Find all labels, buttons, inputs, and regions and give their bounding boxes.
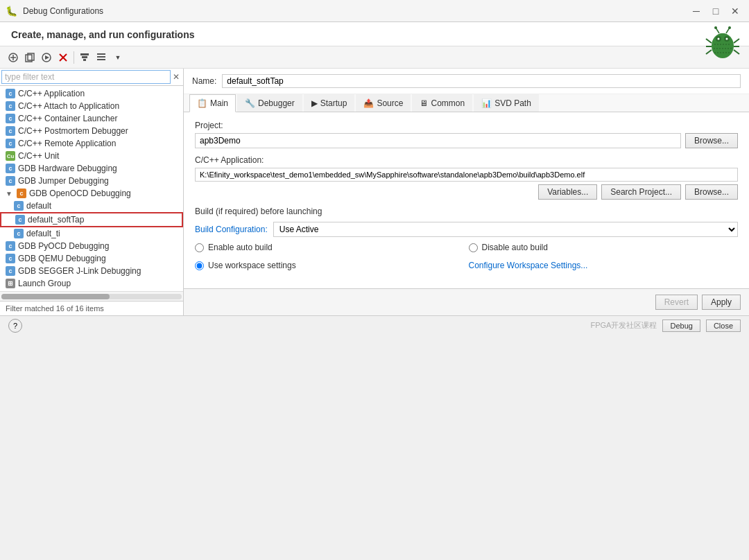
config-tabs: 📋 Main 🔧 Debugger ▶ Startup 📤 Source 🖥 bbox=[184, 94, 749, 112]
tree-item-cpp-app[interactable]: c C/C++ Application bbox=[0, 87, 183, 100]
tab-debugger[interactable]: 🔧 Debugger bbox=[237, 94, 302, 112]
project-label: Project: bbox=[195, 121, 738, 130]
default-ti-icon: c bbox=[14, 229, 24, 238]
window-controls: ─ □ ✕ bbox=[688, 3, 743, 19]
cpp-app-row: C/C++ Application: Variables... Search P… bbox=[195, 155, 738, 200]
content-area: ✕ c C/C++ Application c C/C++ Attach to … bbox=[0, 69, 749, 315]
close-dialog-button[interactable]: Close bbox=[706, 320, 741, 332]
enable-auto-build-radio[interactable] bbox=[195, 243, 204, 252]
tree-item-launch-group[interactable]: ⊞ Launch Group bbox=[0, 277, 183, 290]
tree-item-cpp-unit[interactable]: Cu C/C++ Unit bbox=[0, 150, 183, 162]
cpp-remote-icon: c bbox=[6, 139, 15, 148]
gdb-segger-icon: c bbox=[6, 266, 15, 276]
build-config-select[interactable]: Use Active Select Automatically Disable … bbox=[273, 222, 738, 237]
project-row: Project: Browse... bbox=[195, 121, 738, 148]
disable-auto-build-radio[interactable] bbox=[469, 243, 478, 252]
scrollbar-thumb[interactable] bbox=[1, 294, 110, 299]
tree-item-cpp-remote[interactable]: c C/C++ Remote Application bbox=[0, 137, 183, 150]
disable-auto-build-label: Disable auto build bbox=[482, 243, 548, 252]
name-row: Name: bbox=[184, 69, 749, 94]
tree-item-gdb-qemu[interactable]: c GDB QEMU Debugging bbox=[0, 252, 183, 265]
tree-item-cpp-attach[interactable]: c C/C++ Attach to Application bbox=[0, 100, 183, 112]
debug-status-button[interactable]: Debug bbox=[662, 320, 700, 332]
toolbar: ▼ bbox=[0, 46, 749, 69]
delete-button[interactable] bbox=[55, 50, 71, 65]
cpp-unit-icon: Cu bbox=[6, 151, 15, 161]
search-clear-button[interactable]: ✕ bbox=[171, 71, 182, 82]
revert-button[interactable]: Revert bbox=[655, 295, 698, 310]
new-config-button[interactable] bbox=[6, 50, 21, 65]
maximize-button[interactable]: □ bbox=[707, 3, 724, 19]
variables-button[interactable]: Variables... bbox=[538, 184, 597, 200]
source-tab-label: Source bbox=[377, 98, 403, 108]
tree-item-gdb-pyocd[interactable]: c GDB PyOCD Debugging bbox=[0, 240, 183, 252]
svg-line-11 bbox=[734, 50, 739, 54]
svd-tab-label: SVD Path bbox=[494, 98, 531, 108]
search-box: ✕ bbox=[0, 69, 183, 86]
startup-tab-label: Startup bbox=[320, 98, 347, 108]
page-title: Create, manage, and run configurations bbox=[11, 29, 195, 40]
use-workspace-row: Use workspace settings bbox=[195, 261, 465, 270]
filter-button[interactable] bbox=[77, 50, 92, 65]
app-logo bbox=[705, 25, 741, 63]
run-button[interactable] bbox=[39, 50, 54, 65]
right-radio-col: Disable auto build Configure Workspace S… bbox=[469, 243, 739, 274]
tab-startup[interactable]: ▶ Startup bbox=[304, 94, 355, 112]
name-input[interactable] bbox=[222, 74, 741, 88]
tree-item-gdb-hardware[interactable]: c GDB Hardware Debugging bbox=[0, 162, 183, 175]
use-workspace-radio[interactable] bbox=[195, 261, 204, 270]
configure-workspace-link[interactable]: Configure Workspace Settings... bbox=[469, 261, 588, 270]
startup-tab-icon: ▶ bbox=[311, 98, 318, 108]
apply-button[interactable]: Apply bbox=[702, 295, 741, 310]
project-browse-button[interactable]: Browse... bbox=[685, 133, 738, 148]
tree-item-gdb-segger[interactable]: c GDB SEGGER J-Link Debugging bbox=[0, 265, 183, 277]
help-button[interactable]: ? bbox=[8, 319, 22, 333]
left-footer: Filter matched 16 of 16 items bbox=[0, 301, 183, 315]
tree-item-cpp-postmortem[interactable]: c C/C++ Postmortem Debugger bbox=[0, 125, 183, 137]
gdb-qemu-icon: c bbox=[6, 254, 15, 263]
tree-item-default[interactable]: c default bbox=[0, 200, 183, 212]
build-config-row: Build Configuration: Use Active Select A… bbox=[195, 222, 738, 237]
svd-tab-icon: 📊 bbox=[481, 98, 492, 108]
tab-svd-path[interactable]: 📊 SVD Path bbox=[474, 94, 539, 112]
tab-main[interactable]: 📋 Main bbox=[189, 94, 236, 112]
build-section-title: Build (if required) before launching bbox=[195, 207, 738, 216]
tree-item-default-ti[interactable]: c default_ti bbox=[0, 227, 183, 240]
svg-rect-29 bbox=[82, 56, 87, 58]
gdb-hardware-icon: c bbox=[6, 164, 15, 173]
disable-auto-build-row: Disable auto build bbox=[469, 243, 739, 252]
tab-source[interactable]: 📤 Source bbox=[356, 94, 411, 112]
view-menu-button[interactable]: ▼ bbox=[110, 50, 126, 65]
tab-content-main: Project: Browse... C/C++ Application: Va… bbox=[184, 112, 749, 288]
use-workspace-label: Use workspace settings bbox=[208, 261, 296, 270]
tree-item-gdb-openocd[interactable]: ▼ c GDB OpenOCD Debugging bbox=[0, 187, 183, 200]
minimize-button[interactable]: ─ bbox=[688, 3, 705, 19]
app-icon: 🐛 bbox=[6, 6, 17, 17]
cpp-app-label: C/C++ Application: bbox=[195, 155, 738, 165]
tab-common[interactable]: 🖥 Common bbox=[412, 94, 472, 112]
cpp-app-browse-button[interactable]: Browse... bbox=[685, 184, 738, 200]
project-input[interactable] bbox=[195, 133, 681, 148]
svg-rect-33 bbox=[97, 59, 105, 60]
cpp-app-icon: c bbox=[6, 89, 15, 98]
collapse-button[interactable] bbox=[94, 50, 109, 65]
watermark-area: FPGA开发社区课程 bbox=[591, 320, 657, 331]
common-tab-icon: 🖥 bbox=[420, 98, 428, 108]
search-input[interactable] bbox=[1, 70, 171, 84]
tree-item-cpp-container[interactable]: c C/C++ Container Launcher bbox=[0, 112, 183, 125]
search-project-button[interactable]: Search Project... bbox=[601, 184, 681, 200]
right-panel: Name: 📋 Main 🔧 Debugger ▶ Startup bbox=[184, 69, 749, 315]
launch-group-icon: ⊞ bbox=[6, 279, 15, 288]
left-panel: ✕ c C/C++ Application c C/C++ Attach to … bbox=[0, 69, 184, 315]
bottom-bar: Revert Apply bbox=[184, 288, 749, 315]
tree-item-gdb-jumper[interactable]: c GDB Jumper Debugging bbox=[0, 175, 183, 187]
close-window-button[interactable]: ✕ bbox=[727, 3, 743, 19]
duplicate-button[interactable] bbox=[22, 50, 37, 65]
tree-item-default-softtap[interactable]: c default_softTap bbox=[0, 212, 183, 227]
svg-point-5 bbox=[726, 38, 728, 40]
svg-rect-31 bbox=[97, 53, 105, 55]
debugger-tab-icon: 🔧 bbox=[245, 98, 255, 108]
build-config-label: Build Configuration: bbox=[195, 225, 268, 234]
cpp-app-input[interactable] bbox=[195, 168, 738, 182]
cpp-container-icon: c bbox=[6, 114, 15, 123]
